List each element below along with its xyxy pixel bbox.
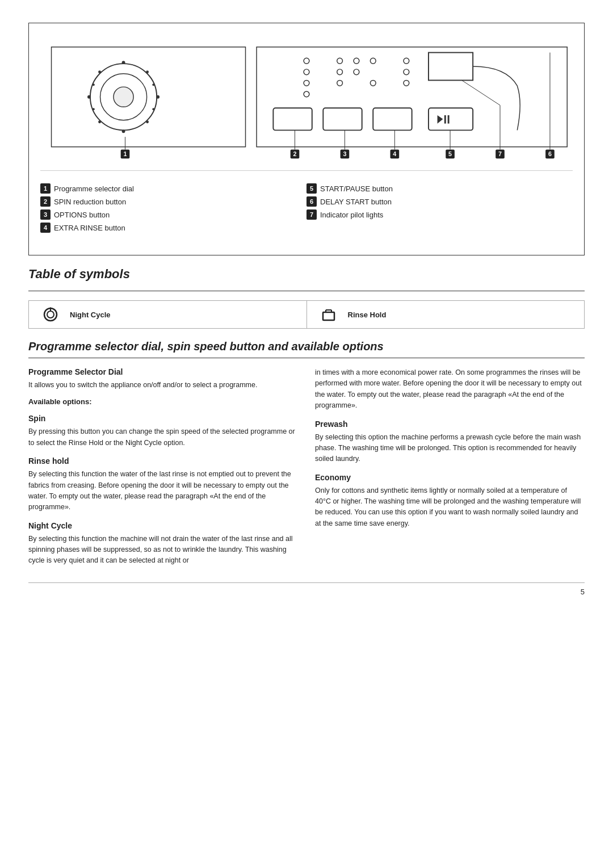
part-number-7: 7 [306,209,317,220]
part-item-7: 7 Indicator pilot lights [306,209,573,220]
part-label-4: EXTRA RINSE button [54,224,125,232]
svg-point-11 [93,83,95,86]
part-label-3: OPTIONS button [54,211,110,219]
content-columns: Programme Selector Dial It allows you to… [28,367,585,571]
night-cycle-label: Night Cycle [70,311,111,319]
svg-point-27 [404,69,409,75]
panel-diagram: 1 2 3 4 5 7 6 [40,35,573,171]
svg-point-24 [337,69,343,75]
svg-point-8 [146,70,149,73]
symbol-night-cycle: Night Cycle [29,301,307,328]
svg-point-10 [146,120,149,123]
main-content-section: Programme selector dial, spin speed butt… [28,340,585,571]
part-item-3: 3 OPTIONS button [40,209,306,220]
available-options-label: Available options: [28,397,298,406]
svg-point-13 [93,108,95,110]
part-label-5: START/PAUSE button [320,184,393,193]
svg-point-4 [122,129,125,133]
part-number-4: 4 [40,223,51,233]
svg-point-29 [354,69,359,75]
svg-point-17 [304,58,309,64]
prewash-text: By selecting this option the machine per… [315,432,585,465]
svg-point-7 [98,70,101,73]
part-item-1: 1 Programme selector dial [40,183,306,194]
svg-rect-31 [429,53,473,81]
svg-rect-33 [323,108,362,130]
right-content-col: in times with a more economical power ra… [315,367,585,571]
svg-marker-36 [438,115,443,124]
left-content-col: Programme Selector Dial It allows you to… [28,367,298,571]
part-number-3: 3 [40,209,51,220]
svg-point-62 [47,311,54,318]
part-item-4: 4 EXTRA RINSE button [40,223,306,233]
svg-text:7: 7 [498,150,502,157]
svg-point-30 [370,80,376,86]
part-number-2: 2 [40,196,51,207]
svg-text:1: 1 [124,150,127,157]
symbols-table: Night Cycle Rinse Hold [28,300,585,329]
part-label-7: Indicator pilot lights [320,211,383,219]
svg-point-23 [370,58,376,64]
rinse-hold-icon [318,307,339,322]
part-item-6: 6 DELAY START button [306,196,573,207]
svg-point-15 [114,87,133,107]
svg-point-14 [152,108,154,110]
svg-point-12 [152,83,154,86]
economy-title: Economy [315,473,585,482]
part-item-2: 2 SPIN reduction button [40,196,306,207]
svg-rect-32 [273,108,312,130]
svg-rect-16 [257,47,567,147]
svg-text:5: 5 [448,150,452,157]
rinse-hold-label: Rinse Hold [348,311,387,319]
svg-point-18 [304,69,309,75]
continued-text: in times with a more economical power ra… [315,367,585,412]
night-cycle-title: Night Cycle [28,521,298,530]
spin-title: Spin [28,414,298,423]
programme-selector-title: Programme Selector Dial [28,367,298,376]
svg-point-5 [87,95,91,99]
svg-point-21 [337,58,343,64]
symbol-rinse-hold: Rinse Hold [307,301,585,328]
svg-point-3 [122,61,125,64]
symbols-section-title: Table of symbols [28,267,585,285]
svg-text:4: 4 [393,150,396,157]
svg-point-20 [304,91,309,97]
svg-rect-0 [52,47,246,147]
svg-point-6 [156,95,159,99]
parts-list: 1 Programme selector dial 2 SPIN reducti… [40,183,573,236]
svg-rect-65 [323,312,334,320]
svg-point-26 [404,58,409,64]
part-number-1: 1 [40,183,51,194]
part-label-2: SPIN reduction button [54,198,126,206]
parts-right-col: 5 START/PAUSE button 6 DELAY START butto… [306,183,573,236]
parts-left-col: 1 Programme selector dial 2 SPIN reducti… [40,183,306,236]
spin-text: By pressing this button you can change t… [28,426,298,448]
part-number-5: 5 [306,183,317,194]
part-label-1: Programme selector dial [54,184,134,193]
svg-text:6: 6 [548,150,552,157]
svg-line-59 [462,80,500,105]
svg-point-9 [98,120,101,123]
svg-text:2: 2 [293,150,296,157]
symbols-divider [28,291,585,291]
svg-point-25 [337,80,343,86]
rinse-hold-title: Rinse hold [28,456,298,466]
programme-selector-text: It allows you to switch the appliance on… [28,380,298,391]
part-label-6: DELAY START button [320,198,392,206]
main-section-heading: Programme selector dial, spin speed butt… [28,340,585,358]
night-cycle-text: By selecting this function the machine w… [28,534,298,567]
svg-point-19 [304,80,309,86]
table-of-symbols-section: Table of symbols Night Cycle [28,267,585,329]
svg-rect-34 [373,108,412,130]
page-number: 5 [28,582,585,596]
part-number-6: 6 [306,196,317,207]
part-item-5: 5 START/PAUSE button [306,183,573,194]
night-cycle-icon [40,307,61,322]
prewash-title: Prewash [315,420,585,429]
svg-rect-35 [429,108,473,130]
svg-text:3: 3 [343,150,346,157]
rinse-hold-text: By selecting this function the water of … [28,469,298,513]
diagram-container: 1 2 3 4 5 7 6 [28,23,585,255]
economy-text: Only for cottons and synthetic items lig… [315,485,585,530]
svg-point-28 [404,80,409,86]
